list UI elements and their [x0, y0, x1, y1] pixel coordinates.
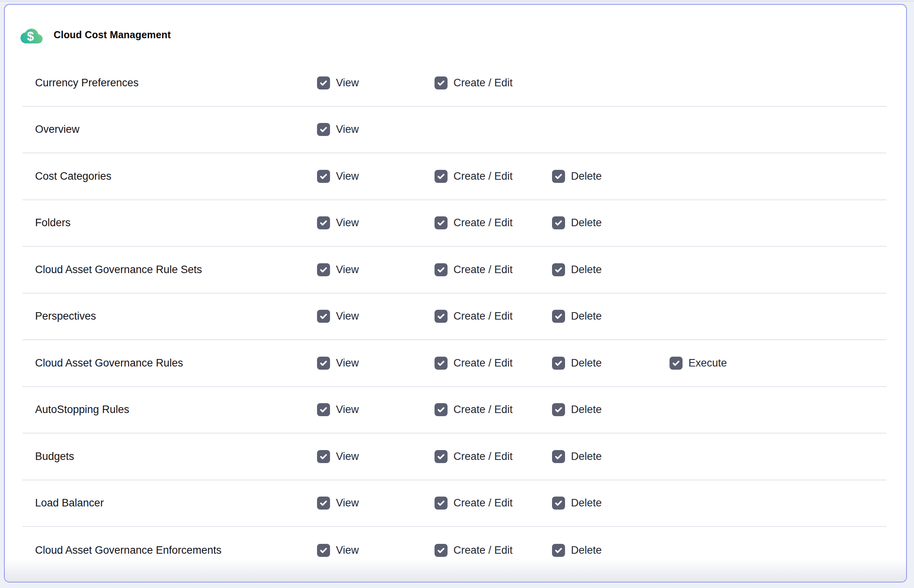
create-edit-checkbox[interactable]: [435, 310, 448, 323]
permission-label: Delete: [571, 544, 602, 556]
create-edit-checkbox[interactable]: [435, 544, 448, 557]
execute-checkbox[interactable]: [670, 357, 683, 370]
permission-label: Delete: [571, 170, 602, 182]
permission-label: Create / Edit: [453, 170, 513, 182]
delete-checkbox[interactable]: [552, 450, 565, 463]
table-row-load-balancer: Load Balancer View Create / Edit Delete: [22, 480, 886, 527]
checkmark-icon: [319, 218, 328, 227]
permission-create-edit: Create / Edit: [435, 450, 552, 463]
resource-label: Perspectives: [22, 310, 317, 322]
permission-create-edit: Create / Edit: [435, 544, 552, 557]
table-row-autostopping-rules: AutoStopping Rules View Create / Edit De…: [22, 387, 886, 434]
view-checkbox[interactable]: [317, 263, 330, 276]
resource-label: Cloud Asset Governance Enforcements: [22, 544, 317, 556]
card-header: $ Cloud Cost Management: [5, 5, 906, 60]
delete-checkbox[interactable]: [552, 216, 565, 229]
permission-label: View: [336, 404, 359, 416]
table-row-budgets: Budgets View Create / Edit Delete: [22, 434, 886, 480]
cloud-dollar-icon: $: [21, 25, 43, 45]
delete-checkbox[interactable]: [552, 403, 565, 416]
create-edit-checkbox[interactable]: [435, 170, 448, 183]
checkmark-icon: [319, 172, 328, 181]
checkmark-icon: [319, 359, 328, 368]
create-edit-checkbox[interactable]: [435, 76, 448, 89]
permission-view: View: [317, 403, 435, 416]
permission-label: View: [336, 77, 359, 89]
view-checkbox[interactable]: [317, 357, 330, 370]
permission-view: View: [317, 170, 435, 183]
checkmark-icon: [436, 312, 446, 321]
checkmark-icon: [436, 78, 446, 87]
view-checkbox[interactable]: [317, 310, 330, 323]
checkmark-icon: [436, 359, 446, 368]
permission-label: View: [336, 544, 359, 556]
checkmark-icon: [319, 78, 328, 87]
delete-checkbox[interactable]: [552, 357, 565, 370]
checkmark-icon: [554, 312, 563, 321]
create-edit-checkbox[interactable]: [435, 357, 448, 370]
permission-delete: Delete: [552, 544, 670, 557]
view-checkbox[interactable]: [317, 497, 330, 510]
permission-label: View: [336, 217, 359, 229]
resource-label: Cloud Asset Governance Rule Sets: [22, 264, 317, 276]
create-edit-checkbox[interactable]: [435, 450, 448, 463]
view-checkbox[interactable]: [317, 216, 330, 229]
permission-label: Delete: [571, 264, 602, 276]
table-row-overview: Overview View: [22, 107, 886, 154]
permission-delete: Delete: [552, 170, 670, 183]
checkmark-icon: [554, 546, 563, 555]
checkmark-icon: [436, 499, 446, 508]
resource-label: Cloud Asset Governance Rules: [22, 357, 317, 369]
table-row-cost-categories: Cost Categories View Create / Edit Delet…: [22, 153, 886, 200]
view-checkbox[interactable]: [317, 76, 330, 89]
permission-label: Create / Edit: [453, 497, 513, 509]
permission-label: Create / Edit: [453, 217, 513, 229]
checkmark-icon: [436, 452, 446, 461]
create-edit-checkbox[interactable]: [435, 216, 448, 229]
permission-execute: Execute: [670, 357, 886, 370]
view-checkbox[interactable]: [317, 403, 330, 416]
resource-label: Cost Categories: [22, 170, 317, 182]
view-checkbox[interactable]: [317, 123, 330, 136]
permission-label: Delete: [571, 357, 602, 369]
permission-view: View: [317, 216, 435, 229]
table-row-perspectives: Perspectives View Create / Edit Delete: [22, 294, 886, 341]
delete-checkbox[interactable]: [552, 310, 565, 323]
create-edit-checkbox[interactable]: [435, 403, 448, 416]
resource-label: Folders: [22, 217, 317, 229]
permission-label: Create / Edit: [453, 544, 513, 556]
permission-view: View: [317, 450, 435, 463]
view-checkbox[interactable]: [317, 450, 330, 463]
create-edit-checkbox[interactable]: [435, 263, 448, 276]
view-checkbox[interactable]: [317, 170, 330, 183]
checkmark-icon: [554, 359, 563, 368]
delete-checkbox[interactable]: [552, 170, 565, 183]
permission-create-edit: Create / Edit: [435, 76, 552, 89]
resource-label: AutoStopping Rules: [22, 404, 317, 416]
checkmark-icon: [554, 499, 563, 508]
permission-label: Create / Edit: [453, 264, 513, 276]
view-checkbox[interactable]: [317, 544, 330, 557]
checkmark-icon: [672, 359, 681, 368]
checkmark-icon: [554, 452, 563, 461]
permission-create-edit: Create / Edit: [435, 357, 552, 370]
resource-label: Budgets: [22, 450, 317, 463]
resource-label: Currency Preferences: [22, 77, 317, 89]
permission-create-edit: Create / Edit: [435, 497, 552, 510]
permission-label: Execute: [688, 357, 727, 369]
create-edit-checkbox[interactable]: [435, 497, 448, 510]
checkmark-icon: [436, 265, 446, 274]
permission-delete: Delete: [552, 357, 670, 370]
table-row-cloud-asset-governance-rules: Cloud Asset Governance Rules View Create…: [22, 340, 886, 387]
permission-view: View: [317, 544, 435, 557]
permission-view: View: [317, 310, 435, 323]
permission-label: Delete: [571, 310, 602, 322]
delete-checkbox[interactable]: [552, 263, 565, 276]
checkmark-icon: [436, 218, 446, 227]
permission-label: Create / Edit: [453, 310, 513, 322]
permission-label: Create / Edit: [453, 404, 513, 416]
checkmark-icon: [554, 172, 563, 181]
delete-checkbox[interactable]: [552, 497, 565, 510]
table-row-currency-preferences: Currency Preferences View Create / Edit: [22, 60, 886, 107]
delete-checkbox[interactable]: [552, 544, 565, 557]
